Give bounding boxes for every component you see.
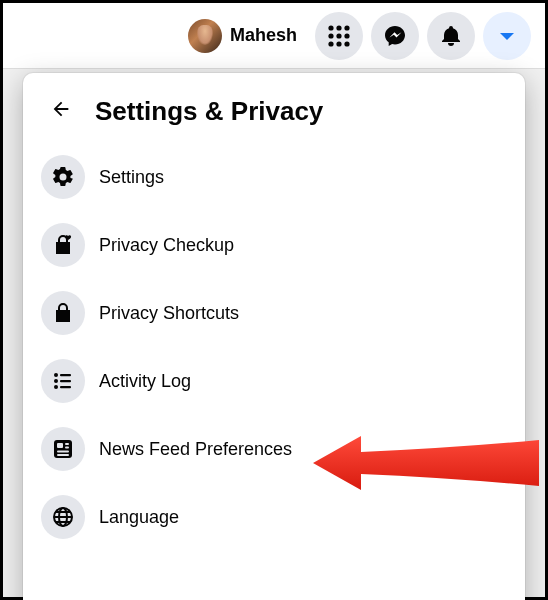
menu-item-news-feed-preferences[interactable]: News Feed Preferences [31,415,517,483]
messenger-icon [383,24,407,48]
menu-item-activity-log[interactable]: Activity Log [31,347,517,415]
globe-icon [41,495,85,539]
menu-item-label: News Feed Preferences [99,439,292,460]
svg-rect-19 [57,451,69,453]
menu-item-privacy-checkup[interactable]: Privacy Checkup [31,211,517,279]
menu-item-label: Settings [99,167,164,188]
menu-item-label: Privacy Checkup [99,235,234,256]
lock-icon [41,291,85,335]
svg-point-2 [344,25,349,30]
profile-chip[interactable]: Mahesh [185,16,307,56]
settings-privacy-panel: Settings & Privacy Settings Privacy Chec… [23,73,525,600]
svg-rect-20 [57,454,69,456]
list-icon [41,359,85,403]
svg-rect-17 [65,443,69,445]
bell-icon [439,24,463,48]
panel-title: Settings & Privacy [95,96,323,127]
svg-point-9 [54,373,58,377]
svg-point-8 [344,41,349,46]
menu-grid-button[interactable] [315,12,363,60]
feed-icon [41,427,85,471]
lock-heart-icon [41,223,85,267]
svg-point-13 [54,385,58,389]
profile-name: Mahesh [230,25,297,46]
svg-rect-10 [60,374,71,376]
svg-point-3 [328,33,333,38]
gear-icon [41,155,85,199]
svg-point-1 [336,25,341,30]
top-nav: Mahesh [3,3,545,69]
svg-rect-12 [60,380,71,382]
svg-point-4 [336,33,341,38]
menu-item-label: Language [99,507,179,528]
messenger-button[interactable] [371,12,419,60]
svg-point-0 [328,25,333,30]
settings-menu: Settings Privacy Checkup Privacy Shortcu… [31,143,517,551]
avatar [188,19,222,53]
account-menu-button[interactable] [483,12,531,60]
svg-point-5 [344,33,349,38]
panel-header: Settings & Privacy [31,87,517,143]
menu-item-language[interactable]: Language [31,483,517,551]
svg-point-6 [328,41,333,46]
svg-point-7 [336,41,341,46]
menu-item-privacy-shortcuts[interactable]: Privacy Shortcuts [31,279,517,347]
svg-rect-18 [65,447,69,449]
menu-item-label: Privacy Shortcuts [99,303,239,324]
grid-icon [328,25,350,47]
svg-point-11 [54,379,58,383]
menu-item-settings[interactable]: Settings [31,143,517,211]
back-button[interactable] [41,91,81,131]
caret-down-icon [497,26,517,46]
menu-item-label: Activity Log [99,371,191,392]
notifications-button[interactable] [427,12,475,60]
svg-rect-16 [57,443,63,448]
svg-rect-14 [60,386,71,388]
arrow-left-icon [50,98,72,124]
